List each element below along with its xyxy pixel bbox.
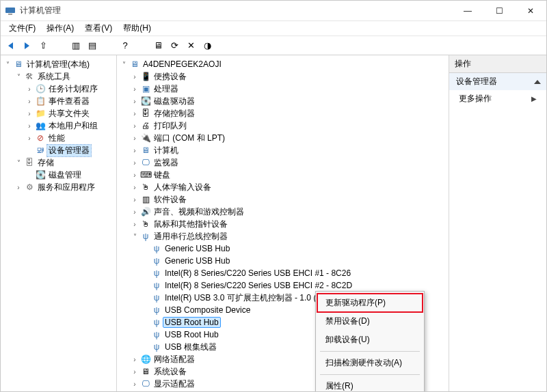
tree-storage[interactable]: ˅ 🗄 存储 bbox=[13, 156, 115, 169]
gear-icon: ⚙ bbox=[24, 182, 35, 193]
keyboard-icon: ⌨ bbox=[140, 169, 151, 180]
svg-rect-1 bbox=[8, 14, 12, 15]
tree-shared-folders[interactable]: ›📁共享文件夹 bbox=[24, 107, 115, 120]
computer-icon: 🖥 bbox=[140, 145, 151, 156]
scan-button[interactable]: 🖥 bbox=[151, 39, 165, 53]
device-ports[interactable]: ›🔌端口 (COM 和 LPT) bbox=[129, 132, 447, 144]
wrench-icon: 🛠 bbox=[24, 71, 35, 82]
tree-root[interactable]: ˅ 🖥 计算机管理(本地) bbox=[2, 58, 115, 70]
device-storage-controllers[interactable]: ›🗄存储控制器 bbox=[129, 107, 447, 120]
actions-header: 操作 bbox=[449, 55, 546, 73]
disk-icon: 💽 bbox=[35, 169, 46, 180]
computer-icon: 🖥 bbox=[129, 59, 140, 70]
menu-file[interactable]: 文件(F) bbox=[3, 21, 41, 36]
usb-item-intel-ehci-2[interactable]: ψIntel(R) 8 Series/C220 Series USB EHCI … bbox=[140, 279, 447, 292]
uninstall-button[interactable]: ✕ bbox=[184, 39, 198, 53]
tree-disk-management[interactable]: 💽磁盘管理 bbox=[24, 169, 115, 181]
device-usb-controllers[interactable]: ˅ψ通用串行总线控制器 bbox=[129, 230, 447, 242]
toolbar: ⇧ ▥ ▤ ? 🖥 ⟳ ✕ ◑ bbox=[1, 36, 546, 55]
tree-performance[interactable]: ›⊘性能 bbox=[24, 132, 115, 144]
usb-icon: ψ bbox=[151, 317, 162, 328]
toolbar-separator bbox=[135, 39, 148, 53]
disk-icon: 💽 bbox=[140, 96, 151, 107]
device-computer[interactable]: ›🖥计算机 bbox=[129, 144, 447, 156]
tree-event-viewer[interactable]: ›📋事件查看器 bbox=[24, 95, 115, 107]
hid-icon: 🖱 bbox=[140, 182, 151, 193]
minimize-button[interactable]: — bbox=[452, 1, 483, 21]
system-icon: 🖥 bbox=[140, 366, 151, 377]
device-host[interactable]: ˅ 🖥 A4DENPEGEK2AOJI bbox=[118, 58, 447, 70]
actions-pane: 操作 设备管理器 更多操作 ▶ bbox=[449, 55, 546, 391]
context-separator bbox=[320, 374, 420, 375]
toolbar-separator bbox=[53, 39, 66, 53]
context-scan-hardware[interactable]: 扫描检测硬件改动(A) bbox=[317, 354, 423, 372]
device-hid[interactable]: ›🖱人体学输入设备 bbox=[129, 181, 447, 193]
tree-local-users[interactable]: ›👥本地用户和组 bbox=[24, 120, 115, 132]
disable-button[interactable]: ◑ bbox=[200, 39, 214, 53]
context-properties[interactable]: 属性(R) bbox=[317, 377, 423, 391]
tree-task-scheduler[interactable]: ›🕒任务计划程序 bbox=[24, 83, 115, 95]
context-update-driver[interactable]: 更新驱动程序(P) bbox=[317, 294, 423, 312]
device-keyboards[interactable]: ›⌨键盘 bbox=[129, 169, 447, 181]
window-title: 计算机管理 bbox=[20, 5, 452, 16]
menu-help[interactable]: 帮助(H) bbox=[118, 21, 157, 36]
device-disk-drives[interactable]: ›💽磁盘驱动器 bbox=[129, 95, 447, 107]
app-icon bbox=[5, 5, 16, 16]
context-uninstall-device[interactable]: 卸载设备(U) bbox=[317, 331, 423, 349]
port-icon: 🔌 bbox=[140, 132, 151, 143]
audio-icon: 🔊 bbox=[140, 206, 151, 217]
up-button[interactable]: ⇧ bbox=[36, 39, 50, 53]
device-portable[interactable]: ›📱便携设备 bbox=[129, 70, 447, 83]
device-audio[interactable]: ›🔊声音、视频和游戏控制器 bbox=[129, 206, 447, 218]
computer-icon: 🖥 bbox=[13, 59, 24, 70]
tree-services[interactable]: › ⚙ 服务和应用程序 bbox=[13, 181, 115, 193]
usb-icon: ψ bbox=[151, 341, 162, 352]
shared-folder-icon: 📁 bbox=[35, 108, 46, 119]
menu-action[interactable]: 操作(A) bbox=[41, 21, 79, 36]
chip-icon: ▣ bbox=[140, 83, 151, 94]
usb-icon: ψ bbox=[151, 329, 162, 340]
properties-button[interactable]: ▤ bbox=[85, 39, 99, 53]
usb-icon: ψ bbox=[151, 243, 162, 254]
device-monitors[interactable]: ›🖵监视器 bbox=[129, 156, 447, 169]
clock-icon: 🕒 bbox=[35, 83, 46, 94]
device-processors[interactable]: ›▣处理器 bbox=[129, 83, 447, 95]
device-software[interactable]: ›▥软件设备 bbox=[129, 193, 447, 206]
actions-more-link[interactable]: 更多操作 ▶ bbox=[449, 90, 546, 107]
storage-ctrl-icon: 🗄 bbox=[140, 108, 151, 119]
usb-item-intel-ehci-1[interactable]: ψIntel(R) 8 Series/C220 Series USB EHCI … bbox=[140, 267, 447, 279]
mouse-icon: 🖱 bbox=[140, 219, 151, 229]
network-icon: 🌐 bbox=[140, 354, 151, 365]
help-button[interactable]: ? bbox=[118, 39, 132, 53]
storage-icon: 🗄 bbox=[24, 157, 35, 168]
device-mice[interactable]: ›🖱鼠标和其他指针设备 bbox=[129, 218, 447, 230]
show-hide-console-tree-button[interactable]: ▥ bbox=[69, 39, 83, 53]
usb-icon: ψ bbox=[151, 280, 162, 291]
maximize-button[interactable]: ☐ bbox=[483, 1, 515, 21]
close-button[interactable]: ✕ bbox=[515, 1, 546, 21]
chevron-up-icon bbox=[534, 80, 541, 84]
update-driver-button[interactable]: ⟳ bbox=[168, 39, 181, 53]
menu-bar: 文件(F) 操作(A) 查看(V) 帮助(H) bbox=[1, 21, 546, 36]
portable-icon: 📱 bbox=[140, 71, 151, 82]
tree-system-tools[interactable]: ˅ 🛠 系统工具 bbox=[13, 70, 115, 83]
software-icon: ▥ bbox=[140, 194, 151, 205]
usb-icon: ψ bbox=[140, 231, 151, 242]
chevron-right-icon: ▶ bbox=[531, 95, 537, 102]
forward-button[interactable] bbox=[20, 39, 34, 53]
usb-item-generic-hub-1[interactable]: ψGeneric USB Hub bbox=[140, 242, 447, 255]
performance-icon: ⊘ bbox=[35, 132, 46, 143]
usb-icon: ψ bbox=[151, 292, 162, 303]
device-print-queues[interactable]: ›🖨打印队列 bbox=[129, 120, 447, 132]
actions-section-device-manager[interactable]: 设备管理器 bbox=[449, 73, 546, 90]
printer-icon: 🖨 bbox=[140, 120, 151, 131]
monitor-icon: 🖵 bbox=[140, 157, 151, 168]
title-bar: 计算机管理 — ☐ ✕ bbox=[1, 1, 546, 21]
context-disable-device[interactable]: 禁用设备(D) bbox=[317, 312, 423, 331]
display-icon: 🖵 bbox=[140, 378, 151, 389]
event-icon: 📋 bbox=[35, 96, 46, 107]
usb-item-generic-hub-2[interactable]: ψGeneric USB Hub bbox=[140, 255, 447, 267]
menu-view[interactable]: 查看(V) bbox=[79, 21, 118, 36]
tree-device-manager[interactable]: 🖳设备管理器 bbox=[24, 144, 115, 156]
back-button[interactable] bbox=[3, 39, 17, 53]
